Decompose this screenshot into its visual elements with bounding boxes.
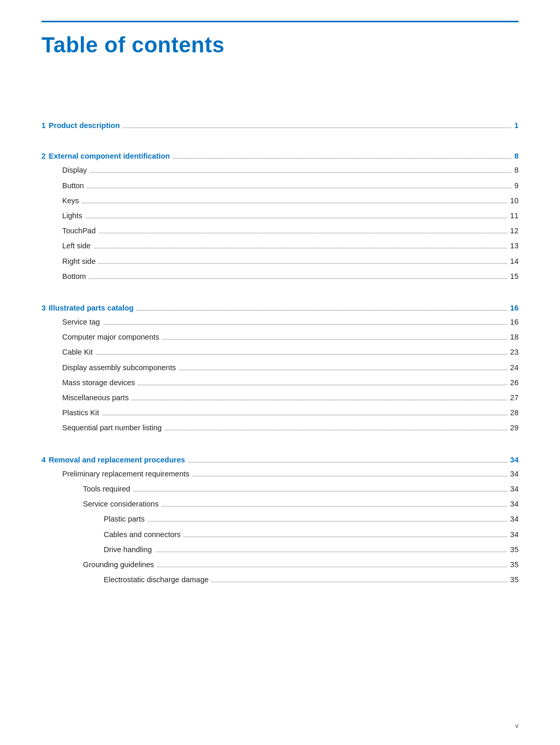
toc-dots xyxy=(137,310,507,311)
toc-dots xyxy=(90,172,511,173)
toc-item-label: Service considerations xyxy=(83,498,159,510)
chapter-page: 34 xyxy=(510,454,519,466)
toc-item-page: 15 xyxy=(510,271,519,283)
chapter-num: 4 xyxy=(41,454,46,466)
toc-dots xyxy=(138,385,507,385)
toc-item: Service tag16 xyxy=(41,316,519,328)
toc-item-page: 23 xyxy=(510,346,519,358)
toc-item-label: Service tag xyxy=(62,316,100,328)
toc-item-page: 34 xyxy=(510,498,519,510)
toc-dots xyxy=(87,188,511,188)
page-container: Table of contents 1Product description12… xyxy=(0,0,560,745)
toc-item-page: 24 xyxy=(510,362,519,374)
toc-chapter-1: 1Product description1 xyxy=(41,120,519,132)
toc-dots xyxy=(86,218,507,218)
toc-item-page: 34 xyxy=(510,513,519,525)
chapter-page: 1 xyxy=(514,120,519,132)
toc-item-page: 35 xyxy=(510,559,519,571)
toc-item: Cable Kit23 xyxy=(41,346,519,358)
toc-item-page: 10 xyxy=(510,195,519,207)
toc-item-label: Mass storage devices xyxy=(62,377,135,389)
toc-dots xyxy=(148,521,507,522)
toc-item: Plastic parts34 xyxy=(41,513,519,525)
chapter-label: Product description xyxy=(49,120,120,132)
toc-item-page: 13 xyxy=(510,240,519,252)
toc-item: Lights11 xyxy=(41,210,519,222)
toc-dots xyxy=(165,430,507,430)
toc-content: 1Product description12External component… xyxy=(41,120,519,586)
toc-item: Plastics Kit28 xyxy=(41,407,519,419)
toc-dots xyxy=(179,370,507,370)
toc-item: Cables and connectors34 xyxy=(41,529,519,541)
toc-item: Tools required34 xyxy=(41,483,519,495)
toc-item: Display assembly subcomponents24 xyxy=(41,362,519,374)
toc-item-label: TouchPad xyxy=(62,225,96,237)
toc-item-label: Grounding guidelines xyxy=(83,559,154,571)
toc-item-label: Left side xyxy=(62,240,91,252)
toc-item-label: Plastic parts xyxy=(104,513,145,525)
toc-item-page: 35 xyxy=(510,544,519,556)
toc-dots xyxy=(99,263,507,264)
toc-item-label: Button xyxy=(62,180,84,192)
toc-dots xyxy=(184,537,507,537)
toc-item-label: Computer major components xyxy=(62,331,159,343)
toc-item-label: Keys xyxy=(62,195,79,207)
toc-item-label: Electrostatic discharge damage xyxy=(104,574,208,586)
toc-item-label: Drive handling xyxy=(104,544,152,556)
toc-item-page: 29 xyxy=(510,422,519,434)
toc-item-label: Plastics Kit xyxy=(62,407,99,419)
toc-item-page: 34 xyxy=(510,468,519,480)
toc-dots xyxy=(96,354,507,355)
toc-dots xyxy=(123,128,511,128)
toc-item: Bottom15 xyxy=(41,271,519,283)
toc-item-page: 34 xyxy=(510,529,519,541)
chapter-label: External component identification xyxy=(49,150,170,162)
toc-dots xyxy=(132,400,507,400)
top-rule xyxy=(41,21,519,22)
toc-item-page: 12 xyxy=(510,225,519,237)
toc-item-page: 35 xyxy=(510,574,519,586)
toc-item: Right side14 xyxy=(41,256,519,268)
toc-dots xyxy=(155,552,507,552)
toc-dots xyxy=(162,339,507,340)
toc-item: Miscellaneous parts27 xyxy=(41,392,519,404)
toc-chapter-3: 3Illustrated parts catalog16 xyxy=(41,302,519,314)
toc-item: Grounding guidelines35 xyxy=(41,559,519,571)
toc-dots xyxy=(173,158,511,159)
chapter-page: 16 xyxy=(510,302,519,314)
page-title: Table of contents xyxy=(41,33,519,58)
toc-item: Sequential part number listing29 xyxy=(41,422,519,434)
toc-dots xyxy=(102,415,507,415)
chapter-label: Illustrated parts catalog xyxy=(49,302,134,314)
toc-item-label: Bottom xyxy=(62,271,86,283)
toc-item-page: 14 xyxy=(510,256,519,268)
toc-item-page: 9 xyxy=(514,180,519,192)
toc-item: Service considerations34 xyxy=(41,498,519,510)
toc-chapter-2: 2External component identification8 xyxy=(41,150,519,162)
toc-item-page: 11 xyxy=(510,210,519,222)
toc-dots xyxy=(103,324,507,325)
chapter-num: 2 xyxy=(41,150,46,162)
toc-item-page: 8 xyxy=(514,164,519,176)
toc-dots xyxy=(133,491,507,491)
toc-item: Display8 xyxy=(41,164,519,176)
toc-item-label: Lights xyxy=(62,210,82,222)
toc-item-page: 28 xyxy=(510,407,519,419)
toc-dots xyxy=(157,567,507,567)
toc-item-label: Cables and connectors xyxy=(104,529,180,541)
toc-chapter-4: 4Removal and replacement procedures34 xyxy=(41,454,519,466)
toc-dots xyxy=(94,248,507,248)
toc-item: Keys10 xyxy=(41,195,519,207)
toc-item: Electrostatic discharge damage35 xyxy=(41,574,519,586)
toc-item: Drive handling35 xyxy=(41,544,519,556)
toc-dots xyxy=(99,233,507,233)
toc-dots xyxy=(89,278,507,279)
toc-item: Preliminary replacement requirements34 xyxy=(41,468,519,480)
toc-item-page: 34 xyxy=(510,483,519,495)
toc-item: Mass storage devices26 xyxy=(41,377,519,389)
toc-item: TouchPad12 xyxy=(41,225,519,237)
toc-item-label: Display assembly subcomponents xyxy=(62,362,176,374)
toc-item-label: Tools required xyxy=(83,483,130,495)
toc-dots xyxy=(188,462,507,462)
chapter-num: 3 xyxy=(41,302,46,314)
